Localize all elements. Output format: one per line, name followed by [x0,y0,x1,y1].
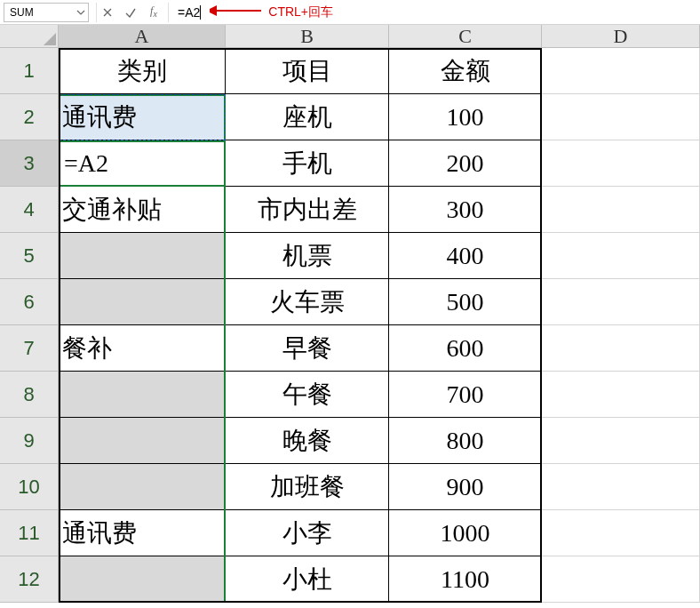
column-header-C[interactable]: C [389,25,542,48]
cell-C7[interactable]: 600 [389,325,542,372]
name-box[interactable]: SUM [4,3,89,22]
cell-A2[interactable]: 通讯费 [59,94,226,140]
cell-text: 早餐 [282,332,332,365]
table-row: =A2手机200 [59,140,700,187]
cell-D10[interactable] [542,464,700,510]
cell-A9[interactable] [59,418,226,464]
row-header-2[interactable]: 2 [0,94,59,140]
cell-B2[interactable]: 座机 [226,94,389,140]
row-header-9[interactable]: 9 [0,418,59,464]
formula-input[interactable]: =A2 [172,5,201,20]
cell-B9[interactable]: 晚餐 [226,418,389,464]
cell-D9[interactable] [542,418,700,464]
table-row: 午餐700 [59,372,700,418]
row-headers: 123456789101112 [0,48,59,603]
cell-D11[interactable] [542,510,700,556]
row-header-6[interactable]: 6 [0,279,59,325]
cell-D2[interactable] [542,94,700,140]
cell-C5[interactable]: 400 [389,233,542,279]
formula-bar: SUM fx =A2 CTRL+回车 [0,0,700,25]
row-header-11[interactable]: 11 [0,510,59,556]
cell-B12[interactable]: 小杜 [226,556,389,603]
fx-icon[interactable]: fx [147,5,161,20]
cell-text: 市内出差 [258,193,357,227]
enter-icon[interactable] [123,5,138,20]
cell-B7[interactable]: 早餐 [226,325,389,372]
row-header-1[interactable]: 1 [0,48,59,94]
cell-text: 火车票 [270,285,345,319]
cell-C9[interactable]: 800 [389,418,542,464]
cell-text: 手机 [282,147,332,180]
cell-text: 项目 [282,54,332,88]
cell-B3[interactable]: 手机 [226,140,389,187]
row-header-5[interactable]: 5 [0,233,59,279]
select-all-corner[interactable] [0,25,59,48]
cell-C8[interactable]: 700 [389,372,542,418]
row-header-12[interactable]: 12 [0,556,59,603]
column-header-B[interactable]: B [226,25,389,48]
column-header-D[interactable]: D [542,25,700,48]
cell-D6[interactable] [542,279,700,325]
table-row: 加班餐900 [59,464,700,510]
row-header-3[interactable]: 3 [0,140,59,187]
cell-text: 400 [447,242,484,270]
table-row: 餐补早餐600 [59,325,700,372]
hint-annotation: CTRL+回车 [210,4,333,20]
name-box-value: SUM [10,6,34,19]
cell-C12[interactable]: 1100 [389,556,542,603]
cell-C11[interactable]: 1000 [389,510,542,556]
table-row: 机票400 [59,233,700,279]
cell-C2[interactable]: 100 [389,94,542,140]
cell-B5[interactable]: 机票 [226,233,389,279]
cell-A11[interactable]: 通讯费 [59,510,226,556]
table-row: 火车票500 [59,279,700,325]
cell-B4[interactable]: 市内出差 [226,187,389,233]
cell-A12[interactable] [59,556,226,603]
cell-text: 通讯费 [62,100,137,134]
cell-A4[interactable]: 交通补贴 [59,187,226,233]
cell-text: 餐补 [62,332,112,365]
cell-D1[interactable] [542,48,700,94]
cell-A8[interactable] [59,372,226,418]
cell-B11[interactable]: 小李 [226,510,389,556]
cell-A5[interactable] [59,233,226,279]
cell-C1[interactable]: 金额 [389,48,542,94]
cell-A7[interactable]: 餐补 [59,325,226,372]
name-box-dropdown-icon[interactable] [76,7,86,18]
table-row: 通讯费小李1000 [59,510,700,556]
row-header-8[interactable]: 8 [0,372,59,418]
row-header-4[interactable]: 4 [0,187,59,233]
cell-A6[interactable] [59,279,226,325]
cell-B6[interactable]: 火车票 [226,279,389,325]
cell-A10[interactable] [59,464,226,510]
cell-text: 金额 [441,54,490,88]
cell-C3[interactable]: 200 [389,140,542,187]
cell-B10[interactable]: 加班餐 [226,464,389,510]
cell-A3[interactable]: =A2 [59,140,226,187]
cell-D12[interactable] [542,556,700,603]
cell-A1[interactable]: 类别 [59,48,226,94]
cell-D5[interactable] [542,233,700,279]
cell-text: 小李 [282,516,332,550]
row-header-10[interactable]: 10 [0,464,59,510]
column-headers: ABCD [59,25,700,48]
cell-text: 700 [447,380,484,409]
formula-input-text: =A2 [172,5,200,20]
cell-text: 1000 [441,519,490,548]
cell-D7[interactable] [542,325,700,372]
cell-text: 交通补贴 [62,193,162,227]
cell-C4[interactable]: 300 [389,187,542,233]
cancel-icon[interactable] [100,5,115,20]
cell-D4[interactable] [542,187,700,233]
cell-B8[interactable]: 午餐 [226,372,389,418]
row-header-7[interactable]: 7 [0,325,59,372]
cell-D3[interactable] [542,140,700,187]
cell-B1[interactable]: 项目 [226,48,389,94]
column-header-A[interactable]: A [59,25,226,48]
cell-text: 100 [447,103,484,132]
cell-text: 机票 [282,239,332,273]
cell-D8[interactable] [542,372,700,418]
cell-C6[interactable]: 500 [389,279,542,325]
cell-C10[interactable]: 900 [389,464,542,510]
table-row: 类别项目金额 [59,48,700,94]
